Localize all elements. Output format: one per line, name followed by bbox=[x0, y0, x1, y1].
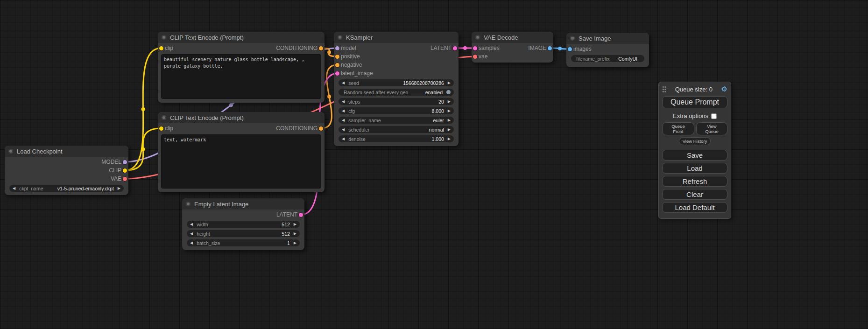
increment-arrow-icon[interactable]: ▶ bbox=[448, 100, 451, 104]
node-title-bar[interactable]: CLIP Text Encode (Prompt) bbox=[158, 32, 325, 43]
slot-row: images bbox=[566, 45, 649, 53]
view-queue-button[interactable]: View Queue bbox=[696, 122, 727, 135]
slot-row: clip CONDITIONING bbox=[158, 124, 325, 133]
node-title-bar[interactable]: KSampler bbox=[334, 32, 459, 43]
widget-width[interactable]: ◀ width 512 ▶ bbox=[187, 221, 300, 228]
latent-output-port[interactable] bbox=[299, 213, 303, 217]
node-ksampler[interactable]: KSampler model LATENT positive negative … bbox=[334, 32, 459, 146]
collapse-dot-icon[interactable] bbox=[186, 202, 191, 206]
slot-label: model bbox=[341, 45, 356, 51]
widget-cfg[interactable]: ◀ cfg 8.000 ▶ bbox=[339, 107, 454, 114]
positive-input-port[interactable] bbox=[335, 55, 339, 59]
widget-steps[interactable]: ◀ steps 20 ▶ bbox=[339, 98, 454, 105]
widget-scheduler[interactable]: ◀ scheduler normal ▶ bbox=[339, 126, 454, 133]
slot-label: samples bbox=[479, 45, 500, 51]
graph-canvas[interactable]: { "colors": { "model": "#B39DDB", "clip"… bbox=[0, 0, 868, 329]
increment-arrow-icon[interactable]: ▶ bbox=[294, 223, 296, 226]
queue-front-button[interactable]: Queue Front bbox=[662, 122, 694, 135]
node-clip-text-encode-positive[interactable]: CLIP Text Encode (Prompt) clip CONDITION… bbox=[158, 32, 325, 103]
decrement-arrow-icon[interactable]: ◀ bbox=[190, 241, 193, 245]
slot-label: LATENT bbox=[276, 211, 297, 218]
widget-random-seed-toggle[interactable]: Random seed after every gen enabled bbox=[339, 89, 454, 96]
clip-input-port[interactable] bbox=[159, 46, 163, 50]
node-empty-latent-image[interactable]: Empty Latent Image LATENT ◀ width 512 ▶ … bbox=[182, 198, 304, 250]
collapse-dot-icon[interactable] bbox=[570, 36, 575, 41]
positive-prompt-textarea[interactable]: beautiful scenery nature glass bottle la… bbox=[161, 54, 321, 99]
widget-filename-prefix[interactable]: filename_prefix ComfyUI bbox=[571, 55, 644, 62]
increment-arrow-icon[interactable]: ▶ bbox=[448, 137, 451, 141]
node-title-bar[interactable]: Empty Latent Image bbox=[182, 198, 304, 210]
load-default-button[interactable]: Load Default bbox=[662, 202, 727, 213]
vae-output-port[interactable] bbox=[123, 177, 127, 181]
decrement-arrow-icon[interactable]: ◀ bbox=[190, 232, 193, 236]
decrement-arrow-icon[interactable]: ◀ bbox=[342, 119, 345, 122]
decrement-arrow-icon[interactable]: ◀ bbox=[190, 223, 193, 226]
node-title: CLIP Text Encode (Prompt) bbox=[170, 34, 244, 41]
latent-output-port[interactable] bbox=[453, 46, 457, 50]
conditioning-output-port[interactable] bbox=[319, 46, 323, 50]
widget-batch-size[interactable]: ◀ batch_size 1 ▶ bbox=[187, 239, 300, 246]
drag-handle-icon[interactable] bbox=[662, 86, 666, 93]
samples-input-port[interactable] bbox=[473, 46, 477, 50]
decrement-arrow-icon[interactable]: ◀ bbox=[342, 128, 345, 132]
slot-label: clip bbox=[165, 45, 173, 51]
clear-button[interactable]: Clear bbox=[662, 189, 727, 200]
widget-value: ComfyUI bbox=[618, 56, 637, 62]
widget-ckpt-name[interactable]: ◀ ckpt_name v1-5-pruned-emaonly.ckpt ▶ bbox=[9, 185, 124, 192]
widget-seed[interactable]: ◀ seed 156680208700286 ▶ bbox=[339, 79, 454, 86]
node-save-image[interactable]: Save Image images filename_prefix ComfyU… bbox=[566, 33, 649, 67]
node-vae-decode[interactable]: VAE Decode samples IMAGE vae bbox=[472, 32, 553, 63]
load-button[interactable]: Load bbox=[662, 163, 727, 174]
negative-prompt-textarea[interactable]: text, watermark bbox=[161, 134, 321, 189]
vae-input-port[interactable] bbox=[473, 55, 477, 59]
images-input-port[interactable] bbox=[568, 47, 572, 51]
slot-label: CONDITIONING bbox=[276, 45, 318, 51]
widget-height[interactable]: ◀ height 512 ▶ bbox=[187, 230, 300, 237]
increment-arrow-icon[interactable]: ▶ bbox=[448, 81, 451, 85]
collapse-dot-icon[interactable] bbox=[162, 115, 166, 120]
widget-denoise[interactable]: ◀ denoise 1.000 ▶ bbox=[339, 135, 454, 142]
collapse-dot-icon[interactable] bbox=[338, 35, 342, 40]
slot-label: vae bbox=[479, 53, 487, 60]
collapse-dot-icon[interactable] bbox=[8, 149, 13, 154]
increment-arrow-icon[interactable]: ▶ bbox=[294, 241, 296, 245]
link-midpoint-dot bbox=[327, 50, 331, 54]
increment-arrow-icon[interactable]: ▶ bbox=[448, 128, 451, 132]
widget-sampler-name[interactable]: ◀ sampler_name euler ▶ bbox=[339, 117, 454, 124]
increment-arrow-icon[interactable]: ▶ bbox=[294, 232, 296, 236]
increment-arrow-icon[interactable]: ▶ bbox=[118, 187, 120, 190]
node-title-bar[interactable]: CLIP Text Encode (Prompt) bbox=[158, 112, 325, 123]
node-clip-text-encode-negative[interactable]: CLIP Text Encode (Prompt) clip CONDITION… bbox=[158, 112, 325, 192]
increment-arrow-icon[interactable]: ▶ bbox=[448, 109, 451, 113]
increment-arrow-icon[interactable]: ▶ bbox=[448, 119, 451, 122]
toggle-dot-icon[interactable] bbox=[446, 90, 451, 94]
queue-prompt-button[interactable]: Queue Prompt bbox=[662, 96, 727, 108]
slot-label: clip bbox=[165, 125, 173, 132]
conditioning-output-port[interactable] bbox=[319, 126, 323, 131]
model-input-port[interactable] bbox=[335, 46, 339, 50]
clip-output-port[interactable] bbox=[123, 168, 127, 173]
view-history-button[interactable]: View History bbox=[679, 137, 711, 145]
node-title-bar[interactable]: VAE Decode bbox=[472, 32, 553, 43]
collapse-dot-icon[interactable] bbox=[162, 35, 166, 40]
widget-value: enabled bbox=[425, 90, 443, 95]
settings-gear-icon[interactable]: ⚙ bbox=[721, 86, 727, 93]
extra-options-checkbox[interactable] bbox=[711, 113, 717, 119]
output-slot-latent: LATENT bbox=[182, 210, 304, 219]
decrement-arrow-icon[interactable]: ◀ bbox=[342, 100, 345, 104]
decrement-arrow-icon[interactable]: ◀ bbox=[342, 137, 345, 141]
image-output-port[interactable] bbox=[548, 46, 552, 50]
negative-input-port[interactable] bbox=[335, 63, 339, 67]
node-title-bar[interactable]: Load Checkpoint bbox=[5, 146, 128, 157]
collapse-dot-icon[interactable] bbox=[475, 35, 480, 40]
decrement-arrow-icon[interactable]: ◀ bbox=[342, 109, 345, 113]
decrement-arrow-icon[interactable]: ◀ bbox=[342, 81, 345, 85]
latent-image-input-port[interactable] bbox=[335, 71, 339, 76]
refresh-button[interactable]: Refresh bbox=[662, 176, 727, 187]
model-output-port[interactable] bbox=[123, 160, 127, 164]
save-button[interactable]: Save bbox=[662, 150, 727, 161]
node-title-bar[interactable]: Save Image bbox=[566, 33, 649, 44]
decrement-arrow-icon[interactable]: ◀ bbox=[13, 187, 15, 190]
clip-input-port[interactable] bbox=[159, 126, 163, 131]
node-load-checkpoint[interactable]: Load Checkpoint MODEL CLIP VAE ◀ ckpt_na… bbox=[5, 146, 128, 195]
